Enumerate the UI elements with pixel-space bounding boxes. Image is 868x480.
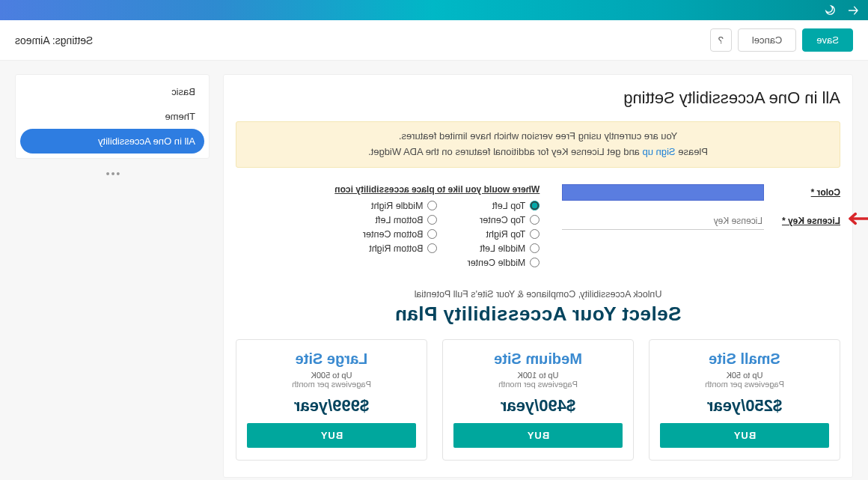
plan-card-large-site: Large SiteUp to 500KPageviews per month$… <box>236 339 427 461</box>
plan-price: $999/year <box>247 396 416 416</box>
position-radio-input-top-center[interactable] <box>530 215 540 225</box>
sidebar-item-all-in-one-accessibility[interactable]: All in One Accessibility <box>20 129 204 154</box>
plans-title: Select Your Accessibility Plan <box>236 303 840 326</box>
position-radio-middle-left[interactable]: Middle Left <box>468 243 540 254</box>
plan-name: Medium Site <box>453 350 623 368</box>
position-radio-bottom-right[interactable]: Bottom Right <box>363 243 438 254</box>
plan-pageviews: Pageviews per month <box>247 380 416 389</box>
position-radio-input-bottom-left[interactable] <box>428 215 438 225</box>
position-radio-input-middle-center[interactable] <box>530 258 540 267</box>
notice-line1: You are currently using Free version whi… <box>247 129 829 145</box>
plan-price: $490/year <box>453 396 623 416</box>
position-radio-label: Middle Right <box>371 201 423 211</box>
plan-price: $250/year <box>660 396 829 416</box>
color-label: Color * <box>773 187 840 198</box>
position-radio-label: Top Right <box>486 229 526 240</box>
position-radio-input-top-right[interactable] <box>530 229 540 239</box>
position-radio-bottom-center[interactable]: Bottom Center <box>363 229 438 240</box>
position-radio-input-bottom-center[interactable] <box>428 229 438 239</box>
position-radio-label: Bottom Left <box>376 215 424 225</box>
position-radio-label: Middle Center <box>468 258 526 268</box>
license-key-input[interactable] <box>562 213 764 230</box>
plan-buy-button[interactable]: BUY <box>453 423 623 448</box>
breadcrumb: Settings: Aimeos <box>15 34 93 46</box>
save-button[interactable]: Save <box>802 28 853 52</box>
license-key-label: License Key * <box>773 216 840 226</box>
position-radio-top-left[interactable]: Top Left <box>468 201 540 211</box>
position-radio-label: Middle Left <box>480 243 525 254</box>
position-radio-input-middle-left[interactable] <box>530 243 540 253</box>
position-radio-input-top-left[interactable] <box>530 201 540 210</box>
side-more[interactable]: ••• <box>15 163 210 184</box>
sidebar-item-theme[interactable]: Theme <box>20 104 204 129</box>
notice-banner: You are currently using Free version whi… <box>236 121 840 168</box>
position-radio-label: Bottom Right <box>369 243 423 254</box>
position-radio-label: Top Center <box>480 215 525 225</box>
plan-pageviews: Pageviews per month <box>453 380 623 389</box>
side-nav: BasicThemeAll in One Accessibility <box>15 74 210 159</box>
plan-pageviews: Pageviews per month <box>660 380 829 389</box>
position-radio-middle-center[interactable]: Middle Center <box>468 258 540 268</box>
back-icon[interactable] <box>847 4 859 16</box>
plan-upto: Up to 500K <box>247 371 416 380</box>
position-radio-top-center[interactable]: Top Center <box>468 215 540 225</box>
plan-card-small-site: Small SiteUp to 50KPageviews per month$2… <box>649 339 840 461</box>
arrow-annotation <box>843 211 868 228</box>
topbar <box>0 0 868 20</box>
plan-name: Large Site <box>247 350 416 368</box>
color-picker[interactable] <box>562 184 764 201</box>
position-radio-label: Bottom Center <box>363 229 424 240</box>
position-radio-input-bottom-right[interactable] <box>428 243 438 253</box>
plans-subtitle: Unlock Accessibility, Compliance & Your … <box>236 289 840 300</box>
position-radio-label: Top Left <box>492 201 525 211</box>
plan-upto: Up to 50K <box>660 371 829 380</box>
plan-upto: Up to 100K <box>453 371 623 380</box>
plan-buy-button[interactable]: BUY <box>660 423 829 448</box>
page-title: All in One Accessibilty Setting <box>236 88 840 108</box>
position-radio-middle-right[interactable]: Middle Right <box>363 201 438 211</box>
position-heading: Where would you like to place accessibil… <box>236 184 540 195</box>
help-button[interactable]: ? <box>710 28 732 52</box>
position-radio-bottom-left[interactable]: Bottom Left <box>363 215 438 225</box>
plan-card-medium-site: Medium SiteUp to 100KPageviews per month… <box>442 339 634 461</box>
sidebar-item-basic[interactable]: Basic <box>20 79 204 104</box>
plan-name: Small Site <box>660 350 829 368</box>
actionbar: Save Cancel ? Settings: Aimeos <box>0 20 868 61</box>
signup-link[interactable]: Sign up <box>642 146 675 157</box>
notice-line2: Please Sign up and get License Key for a… <box>247 145 829 160</box>
position-radio-top-right[interactable]: Top Right <box>468 229 540 240</box>
position-radio-input-middle-right[interactable] <box>428 201 438 210</box>
cancel-button[interactable]: Cancel <box>738 28 796 52</box>
settings-card: All in One Accessibilty Setting You are … <box>223 74 853 478</box>
plan-buy-button[interactable]: BUY <box>247 423 416 448</box>
moon-icon[interactable] <box>825 4 837 16</box>
position-radio-group: Top LeftTop CenterTop RightMiddle LeftMi… <box>236 201 540 268</box>
